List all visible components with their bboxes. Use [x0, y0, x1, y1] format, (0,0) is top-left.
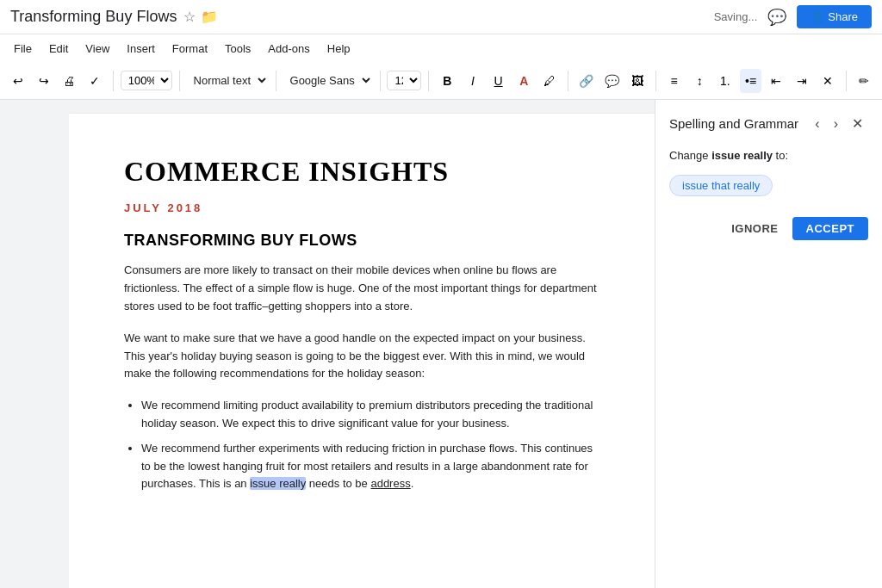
saving-status: Saving... — [714, 10, 758, 23]
suggestion-pill[interactable]: issue that really — [669, 175, 773, 196]
bullet-list-button[interactable]: •≡ — [740, 69, 762, 93]
style-select[interactable]: Normal text — [187, 70, 269, 91]
highlight-button[interactable]: 🖊 — [538, 69, 561, 93]
menu-addons[interactable]: Add-ons — [261, 39, 316, 59]
font-select[interactable]: Google Sans — [283, 70, 373, 91]
spell-nav: ‹ › ✕ — [810, 114, 868, 133]
underline-button[interactable]: U — [488, 69, 510, 93]
title-bar-icons: ☆ 📁 — [183, 9, 218, 25]
menu-format[interactable]: Format — [165, 39, 214, 59]
spell-change-text: Change issue really to: — [669, 147, 868, 164]
doc-page[interactable]: Commerce Insights JULY 2018 Transforming… — [69, 114, 655, 588]
menu-view[interactable]: View — [78, 39, 116, 59]
main-area: Commerce Insights JULY 2018 Transforming… — [0, 100, 882, 588]
decrease-indent-button[interactable]: ⇤ — [765, 69, 787, 93]
folder-icon[interactable]: 📁 — [201, 9, 218, 25]
menu-edit[interactable]: Edit — [42, 39, 75, 59]
link-button[interactable]: 🔗 — [575, 69, 598, 93]
left-sidebar — [0, 100, 69, 588]
separator-1 — [113, 71, 114, 91]
spell-close-button[interactable]: ✕ — [847, 114, 868, 133]
redo-button[interactable]: ↪ — [33, 69, 55, 93]
font-size-select[interactable]: 12 — [387, 71, 421, 90]
spell-panel-header: Spelling and Grammar ‹ › ✕ — [669, 114, 868, 133]
doc-area[interactable]: Commerce Insights JULY 2018 Transforming… — [69, 100, 655, 588]
separator-6 — [568, 71, 568, 91]
zoom-select[interactable]: 100% — [121, 71, 172, 90]
share-icon: 👤 — [811, 10, 824, 23]
spell-next-button[interactable]: › — [829, 115, 843, 133]
text-color-button[interactable]: A — [512, 69, 535, 93]
comment-inline-button[interactable]: 💬 — [600, 69, 623, 93]
separator-2 — [179, 71, 180, 91]
share-button[interactable]: 👤 Share — [797, 5, 872, 28]
separator-4 — [380, 71, 381, 91]
undo-button[interactable]: ↩ — [7, 69, 29, 93]
title-bar-right: Saving... 💬 👤 Share — [714, 4, 872, 30]
doc-para-1: Consumers are more likely to transact on… — [124, 262, 599, 315]
highlighted-phrase: issue really — [250, 477, 306, 490]
spell-prev-button[interactable]: ‹ — [810, 115, 824, 133]
separator-3 — [276, 71, 276, 91]
spellcheck-button[interactable]: ✓ — [84, 69, 106, 93]
doc-date: JULY 2018 — [124, 201, 599, 214]
spell-actions: IGNORE ACCEPT — [669, 217, 868, 240]
menu-help[interactable]: Help — [320, 39, 357, 59]
doc-commerce-title: Commerce Insights — [124, 155, 599, 188]
doc-title: Transforming Buy Flows — [10, 8, 177, 26]
spell-panel-title: Spelling and Grammar — [669, 116, 798, 131]
doc-section-title: Transforming Buy Flows — [124, 232, 599, 250]
spell-panel-content: Spelling and Grammar ‹ › ✕ Change issue … — [655, 100, 882, 254]
bold-button[interactable]: B — [436, 69, 458, 93]
title-bar: Transforming Buy Flows ☆ 📁 Saving... 💬 👤… — [0, 0, 882, 34]
line-spacing-button[interactable]: ↕ — [688, 69, 711, 93]
increase-indent-button[interactable]: ⇥ — [791, 69, 813, 93]
separator-7 — [655, 71, 656, 91]
numbered-list-button[interactable]: 1. — [714, 69, 736, 93]
spell-check-panel: Spelling and Grammar ‹ › ✕ Change issue … — [655, 100, 882, 588]
toolbar: ↩ ↪ 🖨 ✓ 100% Normal text Google Sans 12 … — [0, 62, 882, 100]
ignore-button[interactable]: IGNORE — [724, 217, 785, 240]
list-item: We recommend limiting product availabili… — [141, 397, 599, 433]
menu-file[interactable]: File — [7, 39, 39, 59]
menu-insert[interactable]: Insert — [120, 39, 162, 59]
more-tools-button[interactable]: ✏ — [853, 69, 875, 93]
align-button[interactable]: ≡ — [663, 69, 686, 93]
image-button[interactable]: 🖼 — [626, 69, 649, 93]
spell-change-from: issue really — [711, 149, 773, 162]
underlined-word: address — [370, 477, 410, 490]
doc-list: We recommend limiting product availabili… — [141, 397, 599, 493]
menu-bar: File Edit View Insert Format Tools Add-o… — [0, 34, 882, 62]
list-item: We recommend further experiments with re… — [141, 440, 599, 493]
comment-button[interactable]: 💬 — [764, 4, 790, 30]
menu-tools[interactable]: Tools — [218, 39, 258, 59]
separator-8 — [846, 71, 847, 91]
clear-format-button[interactable]: ✕ — [817, 69, 839, 93]
share-label: Share — [828, 10, 858, 23]
accept-button[interactable]: ACCEPT — [792, 217, 868, 240]
italic-button[interactable]: I — [462, 69, 484, 93]
print-button[interactable]: 🖨 — [58, 69, 80, 93]
spell-change-to-label: to: — [776, 149, 788, 162]
separator-5 — [428, 71, 429, 91]
doc-para-2: We want to make sure that we have a good… — [124, 330, 599, 383]
star-icon[interactable]: ☆ — [183, 9, 196, 25]
